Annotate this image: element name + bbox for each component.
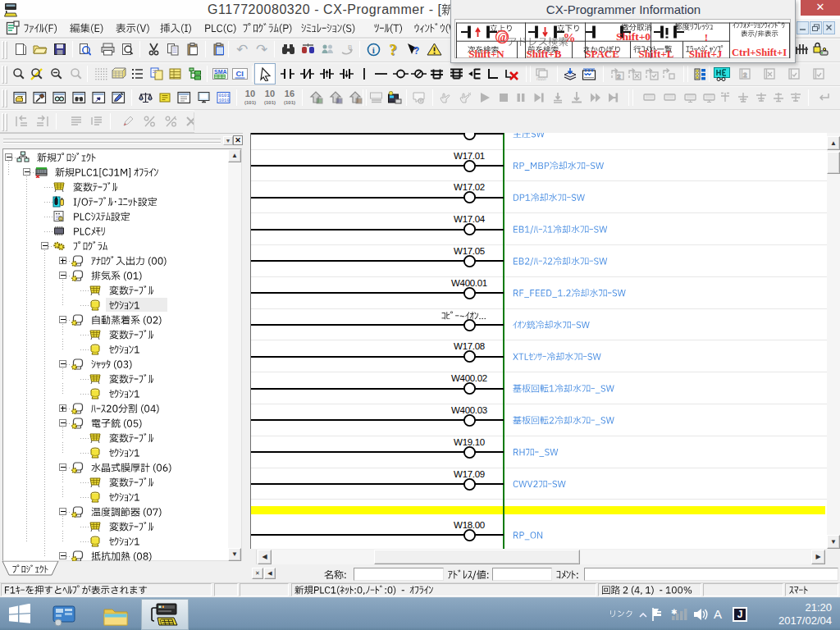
svg-text:2: 2 <box>617 73 621 80</box>
svg-text:1010: 1010 <box>219 98 230 103</box>
svg-text:B: B <box>348 43 352 51</box>
svg-text:(010): (010) <box>536 76 546 81</box>
svg-text:✱: ✱ <box>671 608 678 616</box>
svg-text:2: 2 <box>743 71 747 79</box>
svg-text:SMA: SMA <box>214 69 227 75</box>
svg-text:i: i <box>372 44 374 54</box>
svg-text:?: ? <box>413 45 419 57</box>
svg-text:CI: CI <box>235 69 244 78</box>
